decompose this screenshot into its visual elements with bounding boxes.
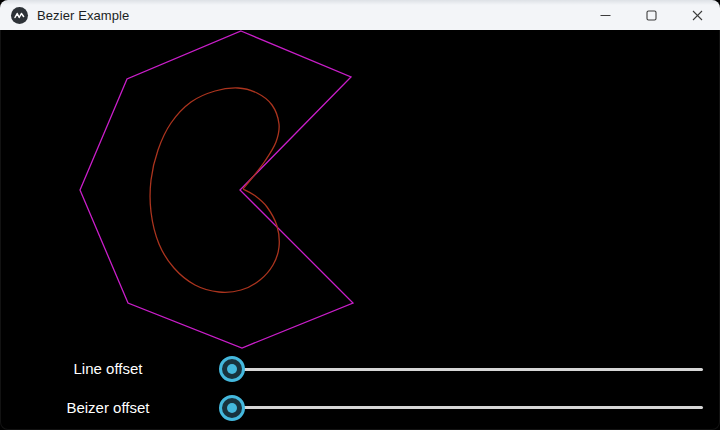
thumb-dot (227, 403, 237, 413)
beizer-offset-label: Beizer offset (0, 399, 216, 417)
line-offset-slider-thumb[interactable] (219, 356, 245, 382)
line-offset-label: Line offset (0, 360, 216, 378)
bezier-curve (150, 88, 279, 292)
minimize-button[interactable] (582, 0, 628, 30)
close-button[interactable] (674, 0, 720, 30)
wave-logo-icon (14, 10, 25, 21)
app-icon (11, 7, 28, 24)
line-offset-slider-track[interactable] (226, 368, 703, 371)
app-window: Bezier Example (0, 0, 720, 430)
close-icon (692, 10, 703, 21)
window-controls (582, 0, 720, 30)
thumb-dot (227, 364, 237, 374)
minimize-icon (600, 10, 611, 21)
maximize-button[interactable] (628, 0, 674, 30)
beizer-offset-slider-thumb[interactable] (219, 395, 245, 421)
control-polygon (80, 31, 353, 348)
titlebar: Bezier Example (0, 0, 720, 30)
maximize-icon (646, 10, 657, 21)
beizer-offset-slider-track[interactable] (226, 406, 703, 409)
window-title: Bezier Example (37, 8, 129, 23)
